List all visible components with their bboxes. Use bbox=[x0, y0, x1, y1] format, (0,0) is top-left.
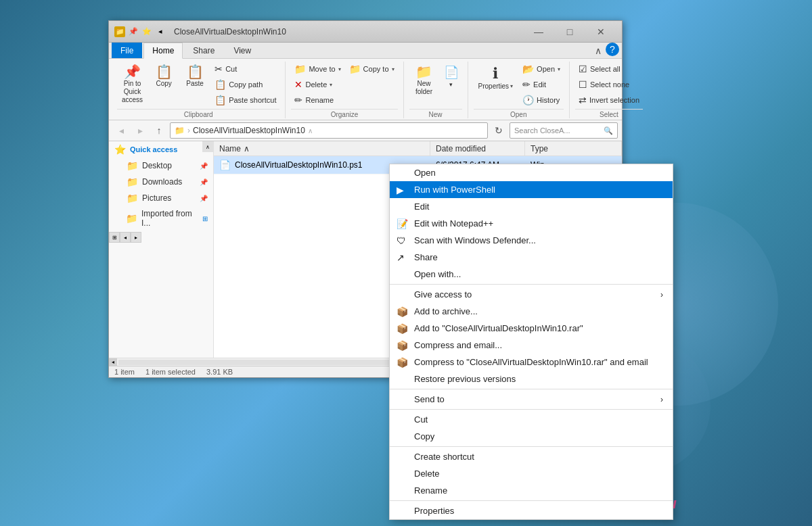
paste-button[interactable]: 📋 Paste bbox=[180, 62, 210, 91]
file-list-header: Name ∧ Date modified Type bbox=[214, 141, 622, 156]
pin-ribbon-icon: 📌 bbox=[124, 65, 141, 78]
ctx-add-rar[interactable]: 📦 Add to "CloseAllVirtualDesktopInWin10.… bbox=[390, 320, 673, 337]
search-placeholder: Search CloseA... bbox=[514, 126, 570, 135]
open-btn[interactable]: 📂 Open ▾ bbox=[519, 62, 564, 76]
ribbon-content: 📌 Pin to Quickaccess 📋 Copy 📋 Paste ✂ bbox=[109, 59, 622, 120]
ctx-share[interactable]: ↗ Share bbox=[390, 249, 673, 266]
tab-home[interactable]: Home bbox=[143, 43, 183, 59]
sidebar-item-pictures[interactable]: 📁 Pictures 📌 bbox=[109, 190, 213, 206]
new-item-button[interactable]: 📄 ▾ bbox=[441, 62, 462, 90]
history-btn[interactable]: 🕐 History bbox=[519, 93, 564, 107]
ctx-copy[interactable]: Copy bbox=[390, 428, 673, 445]
delete-button[interactable]: ✕ Delete ▾ bbox=[291, 77, 344, 92]
new-item-icon: 📄 bbox=[444, 65, 459, 80]
ctx-create-shortcut[interactable]: Create shortcut bbox=[390, 448, 673, 465]
quick-access-label: Quick access bbox=[130, 145, 177, 153]
select-none-button[interactable]: ☐ Select none bbox=[575, 77, 643, 92]
ctx-archive-icon: 📦 bbox=[397, 306, 408, 317]
help-button[interactable]: ? bbox=[606, 43, 619, 56]
ctx-edit[interactable]: Edit bbox=[390, 198, 673, 215]
status-count: 1 item bbox=[114, 368, 135, 376]
refresh-button[interactable]: ↻ bbox=[491, 122, 507, 139]
ribbon-collapse-btn[interactable]: ∧ bbox=[591, 43, 606, 58]
ctx-edit-notepad[interactable]: 📝 Edit with Notepad++ bbox=[390, 215, 673, 232]
tab-share[interactable]: Share bbox=[184, 43, 223, 58]
sidebar-item-desktop[interactable]: 📁 Desktop 📌 bbox=[109, 158, 213, 174]
ctx-edit-notepad-label: Edit with Notepad++ bbox=[414, 218, 493, 229]
new-folder-button[interactable]: 📁 Newfolder bbox=[409, 62, 439, 99]
move-to-icon: 📁 bbox=[294, 64, 306, 74]
search-box[interactable]: Search CloseA... 🔍 bbox=[510, 122, 618, 139]
minimize-button[interactable]: — bbox=[523, 21, 554, 43]
sidebar-item-imported[interactable]: 📁 Imported from I... ⊞ bbox=[109, 206, 213, 231]
pictures-folder-icon: 📁 bbox=[127, 193, 138, 204]
ctx-separator-5 bbox=[390, 500, 673, 501]
search-icon: 🔍 bbox=[604, 126, 613, 135]
rename-button[interactable]: ✏ Rename bbox=[291, 93, 344, 107]
ctx-compress-rar-email[interactable]: 📦 Compress to "CloseAllVirtualDesktopInW… bbox=[390, 354, 673, 370]
select-all-button[interactable]: ☑ Select all bbox=[575, 62, 643, 76]
copy-to-button[interactable]: 📁 Copy to ▾ bbox=[346, 62, 398, 76]
ctx-compress-email[interactable]: 📦 Compress and email... bbox=[390, 337, 673, 354]
up-button[interactable]: ↑ bbox=[151, 122, 167, 139]
ctx-open-with[interactable]: Open with... bbox=[390, 266, 673, 283]
rename-icon: ✏ bbox=[294, 95, 302, 105]
ctx-open[interactable]: Open bbox=[390, 164, 673, 181]
ctx-run-powershell-label: Run with PowerShell bbox=[414, 185, 495, 195]
ctx-give-access[interactable]: Give access to › bbox=[390, 286, 673, 303]
ctx-send-to-arrow: › bbox=[660, 395, 663, 404]
select-items: ☑ Select all ☐ Select none ⇄ Invert sele… bbox=[575, 62, 643, 107]
cut-button[interactable]: ✂ Cut bbox=[211, 62, 279, 76]
maximize-button[interactable]: □ bbox=[554, 21, 585, 43]
back-button[interactable]: ◂ bbox=[113, 122, 129, 139]
move-to-button[interactable]: 📁 Move to ▾ bbox=[291, 62, 344, 76]
close-button[interactable]: ✕ bbox=[585, 21, 616, 43]
col-header-date[interactable]: Date modified bbox=[430, 141, 525, 156]
copy-path-icon: 📋 bbox=[215, 79, 226, 90]
delete-icon: ✕ bbox=[294, 79, 302, 90]
sidebar-nav-right[interactable]: ▸ bbox=[131, 232, 141, 243]
sidebar-scroll-up[interactable]: ∧ bbox=[202, 141, 213, 152]
copy-to-icon: 📁 bbox=[349, 64, 361, 74]
copy-button[interactable]: 📋 Copy bbox=[149, 62, 179, 91]
ctx-scan-label: Scan with Windows Defender... bbox=[414, 235, 536, 245]
paste-shortcut-button[interactable]: 📋 Paste shortcut bbox=[211, 93, 279, 107]
col-header-type[interactable]: Type bbox=[525, 141, 622, 156]
sidebar-nav-left[interactable]: ◂ bbox=[120, 232, 131, 243]
ctx-properties[interactable]: Properties bbox=[390, 502, 673, 519]
ctx-notepad-icon: 📝 bbox=[397, 218, 408, 229]
copy-path-button[interactable]: 📋 Copy path bbox=[211, 77, 279, 92]
sidebar-item-quick-access[interactable]: ⭐ Quick access bbox=[109, 141, 213, 158]
ribbon-group-organize: 📁 Move to ▾ ✕ Delete ▾ ✏ Rename bbox=[288, 62, 403, 118]
ctx-rar-icon: 📦 bbox=[397, 323, 408, 334]
ctx-cut[interactable]: Cut bbox=[390, 411, 673, 428]
tab-file[interactable]: File bbox=[112, 43, 142, 58]
new-items: 📁 Newfolder 📄 ▾ bbox=[409, 62, 462, 107]
copy-to-label: Copy to bbox=[363, 65, 389, 73]
select-all-label: Select all bbox=[590, 65, 621, 73]
ctx-restore-versions[interactable]: Restore previous versions bbox=[390, 370, 673, 387]
pin-to-quick-access-button[interactable]: 📌 Pin to Quickaccess bbox=[117, 62, 148, 107]
open-drop-arrow: ▾ bbox=[558, 66, 560, 72]
properties-button[interactable]: ℹ Properties ▾ bbox=[474, 62, 518, 93]
invert-selection-button[interactable]: ⇄ Invert selection bbox=[575, 93, 643, 107]
ctx-rename[interactable]: Rename bbox=[390, 482, 673, 499]
ctx-run-powershell[interactable]: ▶ Run with PowerShell bbox=[390, 181, 673, 198]
sidebar-item-downloads[interactable]: 📁 Downloads 📌 bbox=[109, 174, 213, 190]
clipboard-items: 📌 Pin to Quickaccess 📋 Copy 📋 Paste ✂ bbox=[117, 62, 279, 107]
edit-btn[interactable]: ✏ Edit bbox=[519, 77, 564, 92]
address-path[interactable]: 📁 › CloseAllVirtualDesktopInWin10 ∧ bbox=[170, 122, 488, 139]
move-to-drop-arrow: ▾ bbox=[338, 66, 341, 72]
move-to-label: Move to bbox=[309, 65, 335, 73]
ctx-send-to-label: Send to bbox=[414, 394, 445, 404]
forward-button[interactable]: ▸ bbox=[132, 122, 148, 139]
tab-view[interactable]: View bbox=[225, 43, 260, 58]
open-group-label: Open bbox=[474, 109, 564, 118]
ctx-delete[interactable]: Delete bbox=[390, 465, 673, 482]
ctx-add-archive[interactable]: 📦 Add to archive... bbox=[390, 303, 673, 320]
ctx-send-to[interactable]: Send to › bbox=[390, 391, 673, 408]
sidebar-more-button[interactable]: ⊞ bbox=[109, 232, 120, 243]
col-header-name[interactable]: Name ∧ bbox=[214, 141, 430, 156]
ctx-scan-defender[interactable]: 🛡 Scan with Windows Defender... bbox=[390, 232, 673, 249]
scroll-left-button[interactable]: ◂ bbox=[109, 358, 117, 366]
